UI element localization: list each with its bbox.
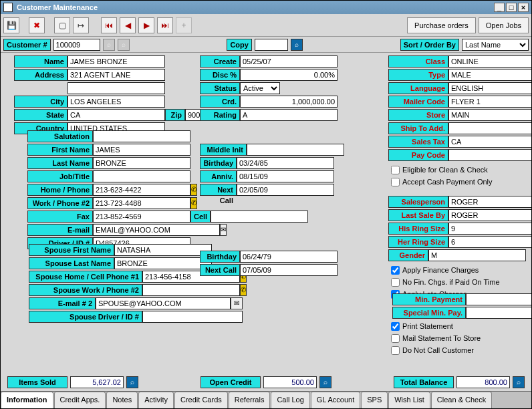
total-balance-search-icon[interactable]: ⌕ (513, 376, 525, 388)
tab-credit-cards[interactable]: Credit Cards (174, 392, 228, 408)
middleinit-label: Middle Init (200, 144, 247, 156)
middleinit-input[interactable] (247, 144, 344, 156)
gender-input[interactable] (428, 249, 526, 261)
mailer-input[interactable] (448, 96, 531, 108)
state-input[interactable] (68, 109, 165, 121)
home-phone-action-icon[interactable]: ✆ (190, 184, 197, 196)
hisring-input[interactable] (448, 223, 531, 235)
titlebar: Customer Maintenance _ □ × (1, 1, 531, 14)
status-select[interactable]: Active (240, 82, 280, 94)
copy-search-icon[interactable]: ⌕ (291, 39, 303, 51)
zip-label: Zip (165, 109, 185, 121)
eligible-clean-check-checkbox[interactable]: Eligible for Clean & Check (391, 164, 525, 176)
nextcall-input[interactable] (237, 184, 334, 196)
email-input[interactable] (93, 224, 220, 236)
tab-information[interactable]: Information (1, 392, 53, 408)
tab-activity[interactable]: Activity (138, 392, 174, 408)
firstname-input[interactable] (93, 144, 190, 156)
rating-input[interactable] (240, 109, 338, 121)
copy-input[interactable] (255, 39, 288, 51)
spouse-nextcall-input[interactable] (240, 264, 338, 276)
address2-input[interactable] (68, 82, 165, 94)
delete-button[interactable]: ✖ (29, 17, 45, 33)
save-button[interactable]: 💾 (3, 17, 19, 33)
home-phone-input[interactable] (93, 184, 190, 196)
spouse-home-label: Spouse Home / Cell Phone #1 (29, 271, 142, 283)
address-input[interactable] (68, 69, 165, 81)
first-record-button[interactable]: ⏮ (101, 17, 117, 33)
type-input[interactable] (448, 69, 531, 81)
salutation-input[interactable] (93, 130, 190, 142)
tab-credit-apps[interactable]: Credit Apps. (54, 392, 106, 408)
customer-search-icon-2[interactable]: ⌕ (118, 39, 130, 51)
do-not-call-checkbox[interactable]: Do Not Call Customer (391, 344, 525, 356)
lastsale-input[interactable] (448, 209, 531, 221)
spouse-work-input[interactable] (142, 284, 240, 296)
items-sold-search-icon[interactable]: ⌕ (126, 376, 138, 388)
language-input[interactable] (448, 82, 531, 94)
spouse-email-input[interactable] (96, 297, 231, 309)
fax-input[interactable] (93, 211, 190, 223)
cash-only-checkbox[interactable]: Accept Cash Payment Only (391, 176, 525, 188)
apply-finance-checkbox[interactable]: Apply Finance Charges (391, 264, 525, 276)
tab-referrals[interactable]: Referrals (229, 392, 271, 408)
spouse-birthday-input[interactable] (240, 251, 338, 263)
work-phone-input[interactable] (93, 197, 190, 209)
open-jobs-button[interactable]: Open Jobs (479, 17, 529, 33)
salestax-label: Sales Tax (388, 136, 448, 148)
add-button[interactable]: + (176, 17, 192, 33)
tab-notes[interactable]: Notes (106, 392, 138, 408)
last-record-button[interactable]: ⏭ (157, 17, 173, 33)
purchase-orders-button[interactable]: Purchase orders (407, 17, 476, 33)
email-action-icon[interactable]: ✉ (220, 224, 227, 236)
close-button[interactable]: × (518, 3, 529, 12)
tab-gl-account[interactable]: GL Account (311, 392, 360, 408)
tab-call-log[interactable]: Call Log (271, 392, 309, 408)
anniv-label: Anniv. (200, 170, 237, 182)
spouse-driverid-input[interactable] (142, 311, 243, 323)
tab-clean-check[interactable]: Clean & Check (431, 392, 492, 408)
customer-search-icon-1[interactable]: ⌕ (103, 39, 115, 51)
paycode-input[interactable] (448, 149, 531, 161)
herring-input[interactable] (448, 236, 531, 248)
paycode-label: Pay Code (388, 149, 448, 161)
cell-input[interactable] (211, 211, 308, 223)
birthday-input[interactable] (237, 157, 334, 169)
spouse-lastname-input[interactable] (114, 257, 212, 269)
crdlimit-input[interactable] (240, 96, 338, 108)
next-record-button[interactable]: ▶ (138, 17, 154, 33)
print-statement-checkbox[interactable]: Print Statement (391, 320, 525, 332)
city-input[interactable] (68, 96, 165, 108)
salestax-input[interactable] (448, 136, 531, 148)
spouse-email-action-icon[interactable]: ✉ (231, 297, 243, 309)
spouse-firstname-input[interactable] (114, 244, 212, 256)
work-phone-action-icon[interactable]: ✆ (190, 197, 197, 209)
customer-number-input[interactable] (53, 39, 100, 51)
open-credit-search-icon[interactable]: ⌕ (319, 376, 331, 388)
salesperson-input[interactable] (448, 196, 531, 208)
tab-wish-list[interactable]: Wish List (388, 392, 430, 408)
jobtitle-input[interactable] (93, 170, 190, 182)
specmin-input[interactable] (466, 307, 531, 319)
class-input[interactable] (448, 55, 531, 67)
maximize-button[interactable]: □ (506, 3, 517, 12)
spouse-work-action-icon[interactable]: ✆ (240, 284, 247, 296)
mail-to-store-checkbox[interactable]: Mail Statement To Store (391, 332, 525, 344)
name-label: Name (14, 55, 68, 67)
name-input[interactable] (68, 55, 165, 67)
new-button[interactable]: ▢ (54, 17, 70, 33)
shipto-input[interactable] (448, 122, 531, 134)
discpct-input[interactable] (240, 69, 338, 81)
lastname-input[interactable] (93, 157, 190, 169)
shipto-label: Ship To Add. (388, 122, 448, 134)
sort-by-select[interactable]: Last Name (462, 39, 529, 51)
tab-sps[interactable]: SPS (361, 392, 388, 408)
create-input[interactable] (240, 55, 338, 67)
prev-record-button[interactable]: ◀ (120, 17, 136, 33)
store-input[interactable] (448, 109, 531, 121)
exit-button[interactable]: ↦ (73, 17, 89, 33)
anniv-input[interactable] (237, 170, 334, 182)
minpay-input[interactable] (466, 293, 531, 305)
minimize-button[interactable]: _ (494, 3, 505, 12)
no-finance-paid-checkbox[interactable]: No Fin. Chgs. if Paid On Time (391, 276, 525, 288)
